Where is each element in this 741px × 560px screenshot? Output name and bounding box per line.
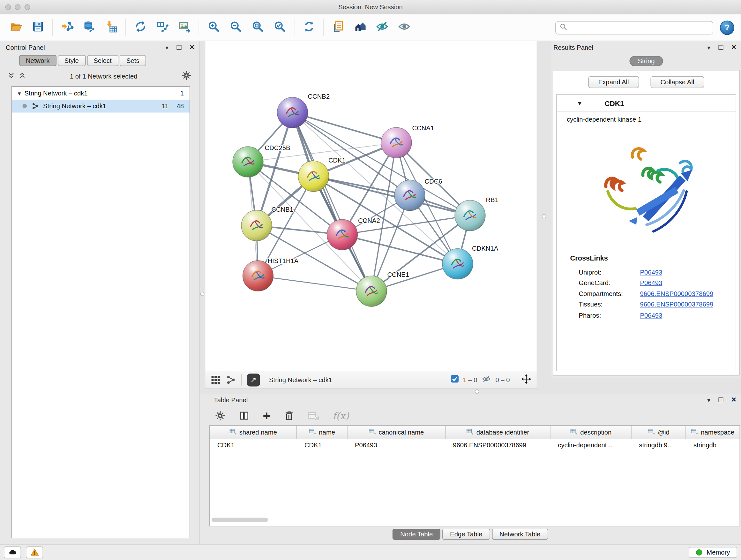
export-image-button[interactable] [173,17,195,38]
import-network-file-button[interactable] [56,17,78,38]
table-panel-menu-icon[interactable]: ▾ [707,396,711,403]
home-layouts-button[interactable] [349,17,371,38]
warning-button[interactable] [26,546,43,558]
birds-eye-view-icon[interactable] [210,374,221,385]
search-box[interactable] [555,21,713,34]
save-session-button[interactable] [27,17,49,38]
splitter-handle[interactable] [475,389,479,394]
network-node-CDKN1A[interactable] [442,249,473,279]
table-cell[interactable]: stringdb:9... [631,439,686,452]
collapse-all-icon[interactable] [8,72,15,81]
column-header-namespace[interactable]: namespace [686,426,739,439]
horizontal-scrollbar[interactable] [212,518,737,523]
open-in-browser-button[interactable]: ↗ [247,373,260,386]
table-settings-gear-icon[interactable] [215,411,226,421]
memory-button[interactable]: Memory [689,547,737,558]
close-window-button[interactable] [5,4,11,10]
network-node-CDC25B[interactable] [232,146,263,177]
network-swap-button[interactable] [129,17,151,38]
help-button[interactable]: ? [720,20,734,35]
maximize-window-button[interactable] [24,4,30,10]
table-panel-float-icon[interactable] [719,397,724,402]
column-sort-icon[interactable] [648,428,655,436]
column-sort-icon[interactable] [229,428,237,436]
results-panel-float-icon[interactable] [719,45,724,50]
tab-select[interactable]: Select [87,55,118,66]
network-edge[interactable] [258,276,372,291]
zoom-fit-button[interactable] [247,17,269,38]
hide-panel-button[interactable] [371,17,393,38]
tree-row-collection[interactable]: ▼ String Network – cdk1 1 [12,87,190,100]
control-panel-menu-icon[interactable]: ▾ [165,44,169,51]
splitter-handle[interactable] [200,292,205,296]
add-column-icon[interactable]: + [263,412,271,420]
cdk1-section-header[interactable]: ▼ CDK1 [557,95,736,112]
column-header-database-identifier[interactable]: database identifier [445,426,550,439]
column-sort-icon[interactable] [570,428,578,436]
open-session-button[interactable] [5,17,27,38]
collapse-section-icon[interactable]: ▼ [577,100,583,107]
collapse-all-button[interactable]: Collapse All [650,76,704,88]
hidden-eye-slash-icon[interactable] [482,374,491,386]
tree-expander-icon[interactable]: ▼ [17,90,24,96]
tab-network[interactable]: Network [19,55,56,66]
tab-string[interactable]: String [630,56,663,66]
show-panel-button[interactable] [393,17,415,38]
table-cell[interactable]: CDK1 [297,439,347,452]
table-panel-close-icon[interactable]: × [731,397,736,402]
network-node-CCNB2[interactable] [277,98,308,128]
crosslink-value-link[interactable]: 9606.ENSP00000378699 [640,301,714,308]
delete-column-trash-icon[interactable] [284,411,294,421]
tab-node-table[interactable]: Node Table [393,529,441,540]
crosslink-value-link[interactable]: P06493 [640,312,663,319]
tab-style[interactable]: Style [58,55,85,66]
network-node-RB1[interactable] [455,200,485,231]
table-cell[interactable]: stringdb [686,439,739,452]
table-row[interactable]: CDK1CDK1P064939606.ENSP00000378699cyclin… [210,439,739,452]
crosslink-value-link[interactable]: 9606.ENSP00000378699 [640,290,714,297]
tab-edge-table[interactable]: Edge Table [442,529,490,540]
network-node-CDC6[interactable] [394,180,425,211]
network-node-CCNB1[interactable] [241,210,272,241]
network-node-CCNA1[interactable] [381,127,412,158]
pan-move-icon[interactable] [521,373,532,386]
network-options-gear-icon[interactable] [182,71,192,83]
column-sort-icon[interactable] [466,428,474,436]
table-cell[interactable]: P06493 [347,439,445,452]
column-header-shared-name[interactable]: shared name [210,426,297,439]
column-header-description[interactable]: description [550,426,631,439]
tree-row-network[interactable]: String Network – cdk1 11 48 [12,100,190,113]
network-node-CDK1[interactable] [298,161,329,192]
network-edge[interactable] [293,113,372,292]
control-panel-close-icon[interactable]: × [190,45,194,50]
results-panel-close-icon[interactable]: × [731,45,736,50]
search-input[interactable] [570,24,709,31]
table-cell[interactable]: cyclin-dependent ... [550,439,631,452]
cloud-status-button[interactable] [4,546,21,558]
column-header-canonical-name[interactable]: canonical name [347,426,445,439]
zoom-out-button[interactable] [225,17,247,38]
network-node-HIST1H1A[interactable] [243,260,273,291]
network-node-CCNA2[interactable] [327,219,358,250]
column-sort-icon[interactable] [368,428,376,436]
attribute-table[interactable]: shared namenamecanonical namedatabase id… [210,426,740,452]
minimize-window-button[interactable] [15,4,21,10]
selected-checkbox-icon[interactable] [451,375,459,385]
control-panel-float-icon[interactable] [177,45,182,50]
crosslink-value-link[interactable]: P06493 [640,268,663,276]
network-edge[interactable] [293,113,397,143]
network-node-CCNE1[interactable] [356,276,387,307]
column-header-name[interactable]: name [297,426,347,439]
string-network-icon[interactable] [226,375,236,385]
tab-network-table[interactable]: Network Table [492,529,548,540]
table-cell[interactable]: CDK1 [210,439,297,452]
duplicate-document-button[interactable] [327,17,349,38]
import-network-database-button[interactable] [78,17,100,38]
column-header--id[interactable]: @id [631,426,686,439]
left-splitter[interactable] [200,41,205,389]
horizontal-splitter[interactable] [200,389,741,394]
results-panel-menu-icon[interactable]: ▾ [707,44,711,51]
zoom-in-button[interactable] [203,17,225,38]
select-columns-icon[interactable] [239,411,250,421]
column-sort-icon[interactable] [691,428,698,436]
